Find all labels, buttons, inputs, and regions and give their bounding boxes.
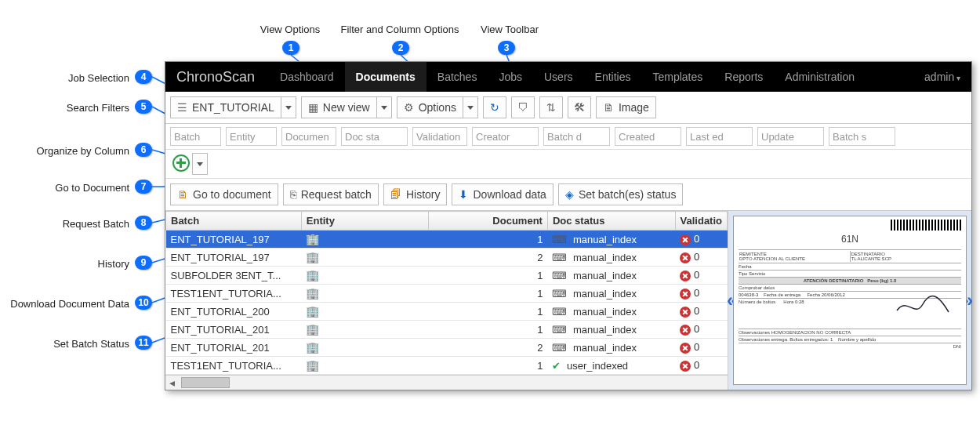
search-filters: Batch Entity Documen Doc sta Validation … (165, 124, 971, 150)
callout-left-label-10: Download Document Data (0, 298, 129, 310)
gear-icon: ⚙ (404, 101, 414, 114)
filter-creator[interactable]: Creator (472, 127, 539, 146)
callout-bubble-1: 1 (282, 41, 299, 55)
filter-batch[interactable]: Batch (170, 127, 221, 146)
documents-table[interactable]: Batch Entity Document Doc status Validat… (165, 211, 728, 375)
new-view-button[interactable]: ▦New view (301, 96, 392, 118)
table-row[interactable]: ENT_TUTORIAL_201🏢2⌨ manual_index0 (166, 339, 728, 357)
sort-button[interactable]: ⇅ (539, 96, 563, 118)
col-validation[interactable]: Validatio (675, 212, 727, 231)
main-nav: ChronoScan Dashboard Documents Batches J… (165, 62, 971, 92)
nav-administration[interactable]: Administration (774, 62, 866, 92)
callout-left-label-8: Request Batch (0, 218, 129, 230)
filter-lasted[interactable]: Last ed (686, 127, 753, 146)
history-button[interactable]: 🗐History (383, 183, 448, 205)
callout-bubble-2: 2 (392, 41, 409, 55)
table-row[interactable]: TEST1ENT_TUTORIA...🏢1⌨ manual_index0 (166, 285, 728, 303)
view-toolstrip: ☰ENT_TUTORIAL ▦New view ⚙Options ↻ ⛉ ⇅ 🛠… (165, 92, 971, 124)
nav-documents[interactable]: Documents (345, 62, 426, 92)
history-icon: 🗐 (390, 188, 401, 201)
plus-icon (172, 154, 190, 172)
barcode-icon (891, 220, 961, 231)
col-entity[interactable]: Entity (301, 212, 428, 231)
error-icon (680, 307, 691, 318)
document-open-icon: 🗎 (177, 188, 188, 201)
callout-bubble-6: 6 (135, 143, 152, 157)
index-icon: ⌨ (552, 270, 567, 281)
nav-users[interactable]: Users (533, 62, 584, 92)
callout-bubble-3: 3 (498, 41, 515, 55)
table-row[interactable]: ENT_TUTORIAL_197🏢2⌨ manual_index0 (166, 249, 728, 267)
filter-created[interactable]: Created (615, 127, 681, 146)
filter-document[interactable]: Documen (281, 127, 336, 146)
table-row[interactable]: ENT_TUTORIAL_200🏢1⌨ manual_index0 (166, 303, 728, 321)
image-button[interactable]: 🗎Image (596, 96, 656, 118)
filter-validation[interactable]: Validation (412, 127, 467, 146)
tools-button[interactable]: 🛠 (568, 96, 591, 118)
grid-icon: ▦ (308, 101, 318, 114)
table-row[interactable]: SUBFOLDER 3ENT_T...🏢1⌨ manual_index0 (166, 267, 728, 285)
download-icon: ⬇ (459, 188, 468, 201)
callout-left-label-11: Set Batch Status (0, 338, 129, 350)
table-row[interactable]: ENT_TUTORIAL_201🏢1⌨ manual_index0 (166, 321, 728, 339)
callout-bubble-5: 5 (135, 100, 152, 114)
refresh-button[interactable]: ↻ (483, 96, 506, 118)
preview-document[interactable]: 61N REMITENTEDPTO ATENCION AL CLIENTEDES… (733, 216, 967, 385)
table-row[interactable]: TEST1ENT_TUTORIA...🏢1✔ user_indexed0 (166, 357, 728, 375)
tag-icon: ◈ (565, 188, 574, 201)
user-menu[interactable]: admin ▾ (924, 71, 971, 83)
col-docstatus[interactable]: Doc status (547, 212, 675, 231)
add-organize-column[interactable] (170, 153, 208, 175)
filter-batchs[interactable]: Batch s (829, 127, 895, 146)
go-to-document-button[interactable]: 🗎Go to document (170, 183, 278, 205)
callout-left-label-9: History (0, 258, 129, 270)
callout-bubble-9: 9 (135, 256, 152, 270)
chevron-down-icon (197, 162, 203, 166)
index-icon: ⌨ (552, 306, 567, 318)
filter-update[interactable]: Update (757, 127, 824, 146)
filter-button[interactable]: ⛉ (511, 96, 535, 118)
nav-templates[interactable]: Templates (641, 62, 713, 92)
download-data-button[interactable]: ⬇Download data (452, 183, 553, 205)
horizontal-scrollbar[interactable]: ◂ (165, 375, 728, 390)
building-icon: 🏢 (306, 251, 319, 263)
callout-left-label-7: Go to Document (0, 182, 129, 194)
nav-batches[interactable]: Batches (426, 62, 488, 92)
organize-row (165, 150, 971, 179)
table-row[interactable]: ENT_TUTORIAL_197🏢1⌨ manual_index0 (166, 231, 728, 249)
callout-left-label-5: Search Filters (0, 102, 129, 114)
building-icon: 🏢 (306, 341, 319, 354)
error-icon (680, 343, 691, 354)
job-select[interactable]: ☰ENT_TUTORIAL (170, 96, 296, 118)
callout-left-label-4: Job Selection (0, 72, 129, 84)
index-icon: ⌨ (552, 234, 567, 245)
request-batch-button[interactable]: ⎘Request batch (283, 183, 379, 205)
funnel-icon: ⛉ (517, 101, 528, 114)
app-window: ChronoScan Dashboard Documents Batches J… (165, 61, 972, 390)
list-icon: ☰ (177, 101, 187, 114)
callout-left-label-6: Organize by Column (0, 145, 129, 157)
request-icon: ⎘ (290, 188, 296, 201)
nav-dashboard[interactable]: Dashboard (269, 62, 345, 92)
filter-entity[interactable]: Entity (226, 127, 277, 146)
filter-batchd[interactable]: Batch d (543, 127, 610, 146)
nav-entities[interactable]: Entities (584, 62, 642, 92)
set-batch-status-button[interactable]: ◈Set batch(es) status (558, 183, 684, 205)
check-icon: ✔ (552, 360, 561, 372)
filter-docstatus[interactable]: Doc sta (341, 127, 408, 146)
building-icon: 🏢 (306, 269, 319, 281)
error-icon (680, 234, 691, 245)
wrench-icon: 🛠 (574, 101, 585, 114)
callout-bubble-11: 11 (135, 336, 152, 350)
col-document[interactable]: Document (428, 212, 547, 231)
index-icon: ⌨ (552, 288, 567, 300)
col-batch[interactable]: Batch (166, 212, 302, 231)
nav-reports[interactable]: Reports (713, 62, 774, 92)
options-button[interactable]: ⚙Options (397, 96, 478, 118)
error-icon (680, 289, 691, 300)
error-icon (680, 252, 691, 263)
nav-jobs[interactable]: Jobs (488, 62, 533, 92)
index-icon: ⌨ (552, 252, 567, 263)
building-icon: 🏢 (306, 305, 319, 318)
preview-panel: ︽ ︾ « » 61N REMITENTEDPTO ATENCION AL CL… (728, 211, 971, 390)
